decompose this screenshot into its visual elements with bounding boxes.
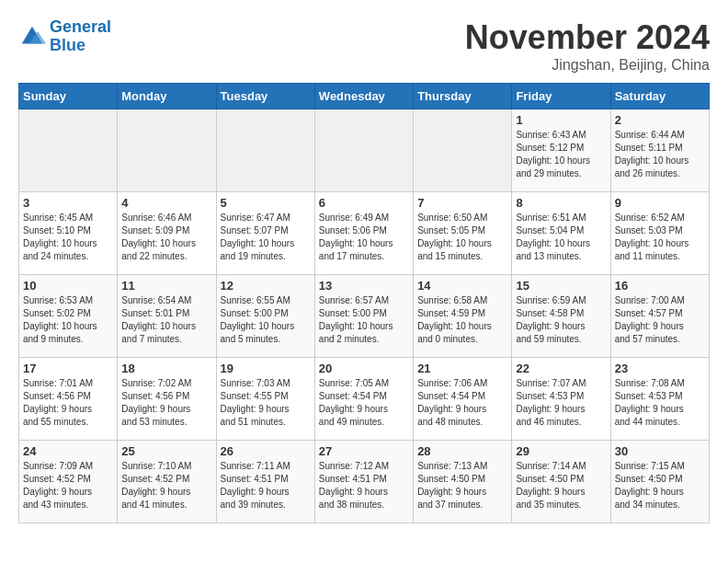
day-number: 4 — [121, 196, 211, 210]
day-number: 13 — [319, 279, 409, 293]
calendar-week-row: 17Sunrise: 7:01 AM Sunset: 4:56 PM Dayli… — [19, 358, 710, 441]
page-header: General Blue November 2024 Jingshan, Bei… — [18, 18, 710, 74]
day-info: Sunrise: 7:00 AM Sunset: 4:57 PM Dayligh… — [615, 294, 705, 346]
day-info: Sunrise: 7:08 AM Sunset: 4:53 PM Dayligh… — [615, 377, 705, 429]
day-number: 24 — [23, 444, 113, 458]
calendar-cell: 16Sunrise: 7:00 AM Sunset: 4:57 PM Dayli… — [610, 275, 709, 358]
day-info: Sunrise: 7:14 AM Sunset: 4:50 PM Dayligh… — [516, 460, 606, 511]
calendar-cell — [216, 109, 314, 192]
day-number: 26 — [221, 444, 311, 458]
day-info: Sunrise: 6:50 AM Sunset: 5:05 PM Dayligh… — [417, 212, 507, 263]
day-number: 21 — [417, 362, 507, 375]
weekday-header-sunday: Sunday — [19, 84, 118, 109]
weekday-header-row: SundayMondayTuesdayWednesdayThursdayFrid… — [19, 84, 710, 109]
logo-text: General Blue — [50, 18, 111, 55]
calendar-cell: 19Sunrise: 7:03 AM Sunset: 4:55 PM Dayli… — [216, 358, 314, 441]
calendar-cell: 29Sunrise: 7:14 AM Sunset: 4:50 PM Dayli… — [512, 441, 610, 523]
day-number: 18 — [121, 362, 211, 375]
day-number: 29 — [516, 444, 606, 458]
day-info: Sunrise: 6:53 AM Sunset: 5:02 PM Dayligh… — [23, 294, 113, 346]
calendar-cell: 17Sunrise: 7:01 AM Sunset: 4:56 PM Dayli… — [19, 358, 118, 441]
calendar-cell: 26Sunrise: 7:11 AM Sunset: 4:51 PM Dayli… — [216, 441, 314, 523]
calendar-cell — [19, 109, 118, 192]
day-number: 25 — [121, 444, 211, 458]
calendar-cell: 3Sunrise: 6:45 AM Sunset: 5:10 PM Daylig… — [19, 192, 118, 275]
calendar-header: SundayMondayTuesdayWednesdayThursdayFrid… — [19, 84, 710, 109]
day-info: Sunrise: 7:09 AM Sunset: 4:52 PM Dayligh… — [23, 460, 113, 511]
calendar-week-row: 10Sunrise: 6:53 AM Sunset: 5:02 PM Dayli… — [19, 275, 710, 358]
day-info: Sunrise: 6:51 AM Sunset: 5:04 PM Dayligh… — [516, 212, 606, 263]
day-info: Sunrise: 7:11 AM Sunset: 4:51 PM Dayligh… — [221, 460, 311, 511]
day-number: 23 — [615, 362, 705, 375]
weekday-header-friday: Friday — [512, 84, 610, 109]
calendar-body: 1Sunrise: 6:43 AM Sunset: 5:12 PM Daylig… — [19, 109, 710, 523]
day-info: Sunrise: 6:52 AM Sunset: 5:03 PM Dayligh… — [615, 212, 705, 263]
calendar-week-row: 3Sunrise: 6:45 AM Sunset: 5:10 PM Daylig… — [19, 192, 710, 275]
calendar-cell: 1Sunrise: 6:43 AM Sunset: 5:12 PM Daylig… — [512, 109, 610, 192]
day-number: 28 — [417, 444, 507, 458]
calendar-cell: 27Sunrise: 7:12 AM Sunset: 4:51 PM Dayli… — [314, 441, 413, 523]
calendar-cell: 8Sunrise: 6:51 AM Sunset: 5:04 PM Daylig… — [512, 192, 610, 275]
day-info: Sunrise: 6:47 AM Sunset: 5:07 PM Dayligh… — [221, 212, 311, 263]
calendar-cell: 10Sunrise: 6:53 AM Sunset: 5:02 PM Dayli… — [19, 275, 118, 358]
day-number: 16 — [615, 279, 705, 293]
day-number: 10 — [23, 279, 113, 293]
day-number: 2 — [615, 113, 705, 127]
calendar-cell: 2Sunrise: 6:44 AM Sunset: 5:11 PM Daylig… — [610, 109, 709, 192]
day-number: 3 — [23, 196, 113, 210]
day-info: Sunrise: 7:02 AM Sunset: 4:56 PM Dayligh… — [121, 377, 211, 429]
calendar-cell: 9Sunrise: 6:52 AM Sunset: 5:03 PM Daylig… — [610, 192, 709, 275]
calendar-cell: 5Sunrise: 6:47 AM Sunset: 5:07 PM Daylig… — [216, 192, 314, 275]
calendar-cell: 23Sunrise: 7:08 AM Sunset: 4:53 PM Dayli… — [610, 358, 709, 441]
day-number: 8 — [516, 196, 606, 210]
calendar-cell: 11Sunrise: 6:54 AM Sunset: 5:01 PM Dayli… — [118, 275, 216, 358]
title-block: November 2024 Jingshan, Beijing, China — [465, 18, 710, 74]
day-number: 7 — [417, 196, 507, 210]
day-number: 11 — [121, 279, 211, 293]
day-number: 27 — [319, 444, 409, 458]
day-number: 22 — [516, 362, 606, 375]
day-info: Sunrise: 6:58 AM Sunset: 4:59 PM Dayligh… — [417, 294, 507, 346]
calendar-cell: 22Sunrise: 7:07 AM Sunset: 4:53 PM Dayli… — [512, 358, 610, 441]
calendar-cell — [314, 109, 413, 192]
day-info: Sunrise: 6:57 AM Sunset: 5:00 PM Dayligh… — [319, 294, 409, 346]
day-info: Sunrise: 7:10 AM Sunset: 4:52 PM Dayligh… — [121, 460, 211, 511]
day-info: Sunrise: 6:55 AM Sunset: 5:00 PM Dayligh… — [221, 294, 311, 346]
day-number: 17 — [23, 362, 113, 375]
calendar-cell: 15Sunrise: 6:59 AM Sunset: 4:58 PM Dayli… — [512, 275, 610, 358]
calendar-cell: 30Sunrise: 7:15 AM Sunset: 4:50 PM Dayli… — [610, 441, 709, 523]
day-number: 1 — [516, 113, 606, 127]
day-info: Sunrise: 7:01 AM Sunset: 4:56 PM Dayligh… — [23, 377, 113, 429]
day-number: 15 — [516, 279, 606, 293]
calendar-cell: 12Sunrise: 6:55 AM Sunset: 5:00 PM Dayli… — [216, 275, 314, 358]
day-info: Sunrise: 7:07 AM Sunset: 4:53 PM Dayligh… — [516, 377, 606, 429]
calendar-cell: 14Sunrise: 6:58 AM Sunset: 4:59 PM Dayli… — [414, 275, 512, 358]
calendar-cell: 21Sunrise: 7:06 AM Sunset: 4:54 PM Dayli… — [414, 358, 512, 441]
day-info: Sunrise: 6:59 AM Sunset: 4:58 PM Dayligh… — [516, 294, 606, 346]
weekday-header-thursday: Thursday — [414, 84, 512, 109]
calendar-cell: 18Sunrise: 7:02 AM Sunset: 4:56 PM Dayli… — [118, 358, 216, 441]
calendar-cell: 25Sunrise: 7:10 AM Sunset: 4:52 PM Dayli… — [118, 441, 216, 523]
calendar-cell: 6Sunrise: 6:49 AM Sunset: 5:06 PM Daylig… — [314, 192, 413, 275]
day-number: 9 — [615, 196, 705, 210]
calendar-cell: 7Sunrise: 6:50 AM Sunset: 5:05 PM Daylig… — [414, 192, 512, 275]
weekday-header-saturday: Saturday — [610, 84, 709, 109]
day-number: 14 — [417, 279, 507, 293]
logo: General Blue — [18, 18, 111, 55]
day-number: 5 — [221, 196, 311, 210]
day-info: Sunrise: 7:05 AM Sunset: 4:54 PM Dayligh… — [319, 377, 409, 429]
weekday-header-wednesday: Wednesday — [314, 84, 413, 109]
day-info: Sunrise: 7:06 AM Sunset: 4:54 PM Dayligh… — [417, 377, 507, 429]
calendar-week-row: 1Sunrise: 6:43 AM Sunset: 5:12 PM Daylig… — [19, 109, 710, 192]
weekday-header-monday: Monday — [118, 84, 216, 109]
calendar-table: SundayMondayTuesdayWednesdayThursdayFrid… — [18, 83, 710, 523]
day-info: Sunrise: 6:43 AM Sunset: 5:12 PM Dayligh… — [516, 129, 606, 180]
day-info: Sunrise: 6:45 AM Sunset: 5:10 PM Dayligh… — [23, 212, 113, 263]
day-info: Sunrise: 6:54 AM Sunset: 5:01 PM Dayligh… — [121, 294, 211, 346]
day-number: 12 — [221, 279, 311, 293]
calendar-week-row: 24Sunrise: 7:09 AM Sunset: 4:52 PM Dayli… — [19, 441, 710, 523]
location-subtitle: Jingshan, Beijing, China — [465, 57, 710, 74]
calendar-cell: 13Sunrise: 6:57 AM Sunset: 5:00 PM Dayli… — [314, 275, 413, 358]
calendar-cell: 20Sunrise: 7:05 AM Sunset: 4:54 PM Dayli… — [314, 358, 413, 441]
day-info: Sunrise: 6:46 AM Sunset: 5:09 PM Dayligh… — [121, 212, 211, 263]
